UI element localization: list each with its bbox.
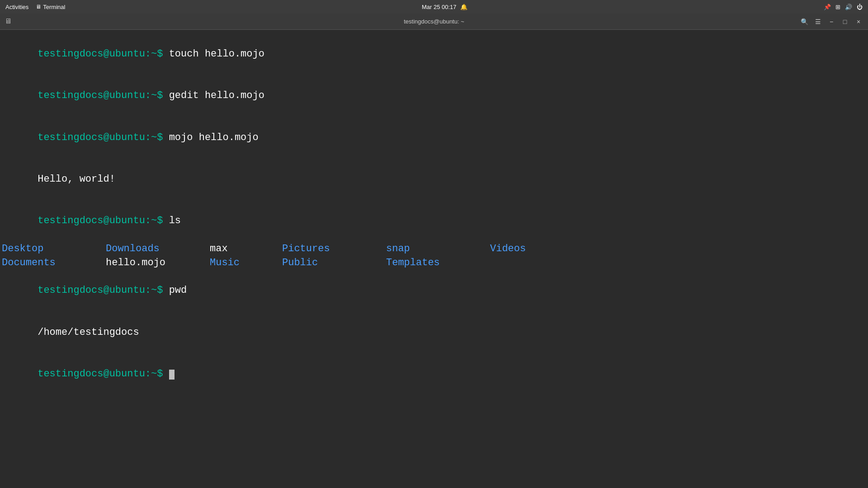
- command-line-2: testingdocs@ubuntu:~$ gedit hello.mojo: [2, 75, 866, 117]
- ls-item-hello-mojo: hello.mojo: [106, 256, 210, 270]
- command-line-1: testingdocs@ubuntu:~$ touch hello.mojo: [2, 33, 866, 75]
- output-text-1: Hello, world!: [38, 174, 115, 185]
- ls-item-music: Music: [210, 256, 282, 270]
- ls-item-videos: Videos: [490, 242, 594, 256]
- ls-item-pictures: Pictures: [282, 242, 386, 256]
- pwd-output: /home/testingdocs: [38, 327, 139, 338]
- ls-item-documents: Documents: [2, 256, 106, 270]
- terminal-content[interactable]: testingdocs@ubuntu:~$ touch hello.mojo t…: [0, 30, 868, 488]
- datetime-display: Mar 25 00:17: [422, 4, 457, 10]
- ls-item-templates: Templates: [386, 256, 490, 270]
- ls-item-max: max: [210, 242, 282, 256]
- close-button[interactable]: ×: [853, 16, 864, 28]
- system-bar: Activities 🖥 Terminal Mar 25 00:17 🔔 📌 ⊞…: [0, 0, 868, 14]
- system-bar-right: 📌 ⊞ 🔊 ⏻: [824, 4, 863, 10]
- command-line-3: testingdocs@ubuntu:~$ mojo hello.mojo: [2, 117, 866, 159]
- terminal-cursor: [169, 370, 175, 380]
- terminal-window: 🖥 testingdocs@ubuntu: ~ 🔍 ☰ − □ × testin…: [0, 14, 868, 488]
- activities-button[interactable]: Activities: [5, 4, 28, 10]
- ls-item-snap: snap: [386, 242, 490, 256]
- cmd-2: gedit hello.mojo: [163, 90, 264, 101]
- pin-icon: 📌: [824, 4, 831, 10]
- menu-button[interactable]: ☰: [812, 16, 824, 28]
- ls-item-desktop: Desktop: [2, 242, 106, 256]
- ls-output: Desktop Downloads max Pictures snap Vide…: [2, 242, 866, 270]
- cmd-5: pwd: [163, 285, 187, 296]
- prompt-1: testingdocs@ubuntu:~$: [38, 48, 163, 60]
- ls-item-downloads: Downloads: [106, 242, 210, 256]
- command-line-5: testingdocs@ubuntu:~$ pwd: [2, 270, 866, 312]
- cmd-1: touch hello.mojo: [163, 48, 264, 60]
- search-button[interactable]: 🔍: [798, 16, 810, 28]
- prompt-4: testingdocs@ubuntu:~$: [38, 215, 163, 226]
- minimize-button[interactable]: −: [826, 16, 837, 28]
- alarm-icon: 🔔: [460, 4, 467, 10]
- prompt-2: testingdocs@ubuntu:~$: [38, 90, 163, 101]
- active-prompt: testingdocs@ubuntu:~$: [38, 368, 163, 380]
- titlebar-controls: 🔍 ☰ − □ ×: [798, 16, 864, 28]
- titlebar-left: 🖥: [4, 17, 13, 26]
- ls-item-public: Public: [282, 256, 386, 270]
- terminal-menu-icon: 🖥: [36, 4, 41, 10]
- network-icon: ⊞: [835, 4, 840, 10]
- active-prompt-line[interactable]: testingdocs@ubuntu:~$: [2, 353, 866, 395]
- maximize-button[interactable]: □: [839, 16, 851, 28]
- cmd-4: ls: [163, 215, 181, 226]
- prompt-5: testingdocs@ubuntu:~$: [38, 285, 163, 296]
- power-icon: ⏻: [857, 4, 863, 10]
- system-bar-center: Mar 25 00:17 🔔: [422, 4, 467, 10]
- titlebar-terminal-icon: 🖥: [4, 17, 13, 26]
- command-line-4: testingdocs@ubuntu:~$ ls: [2, 201, 866, 242]
- output-line-2: /home/testingdocs: [2, 312, 866, 353]
- system-bar-left: Activities 🖥 Terminal: [5, 4, 65, 10]
- cmd-3: mojo hello.mojo: [163, 132, 258, 143]
- active-cmd: [163, 368, 169, 380]
- prompt-3: testingdocs@ubuntu:~$: [38, 132, 163, 143]
- output-line-1: Hello, world!: [2, 159, 866, 200]
- sound-icon: 🔊: [845, 4, 852, 10]
- titlebar-title: testingdocs@ubuntu: ~: [404, 18, 464, 25]
- terminal-titlebar: 🖥 testingdocs@ubuntu: ~ 🔍 ☰ − □ ×: [0, 14, 868, 30]
- terminal-menu-label[interactable]: 🖥 Terminal: [36, 4, 65, 10]
